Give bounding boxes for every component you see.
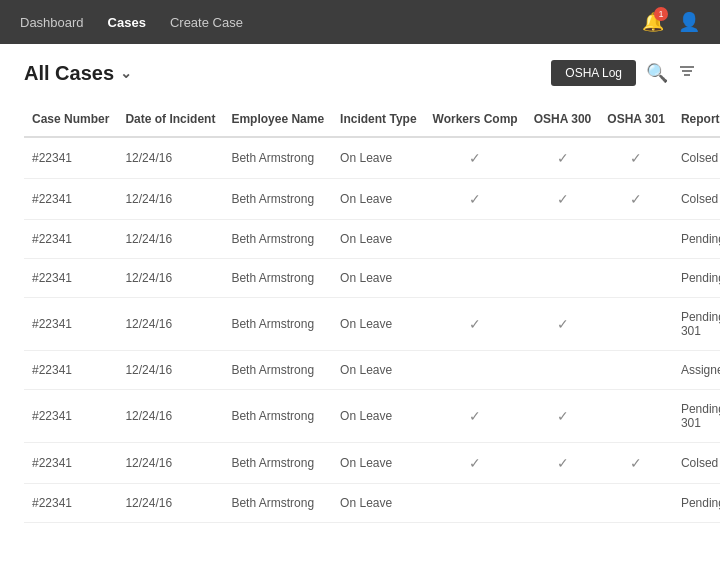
notification-button[interactable]: 🔔 1	[642, 11, 664, 33]
checkmark-icon: ✓	[557, 408, 569, 424]
col-header-status: Report Status	[673, 102, 720, 137]
filter-button[interactable]	[678, 62, 696, 85]
checkmark-icon: ✓	[630, 150, 642, 166]
cell-date: 12/24/16	[117, 259, 223, 298]
cell-workers-comp	[425, 259, 526, 298]
cell-date: 12/24/16	[117, 298, 223, 351]
cell-osha301	[599, 259, 673, 298]
cell-osha301	[599, 484, 673, 523]
cell-workers-comp	[425, 351, 526, 390]
cell-workers-comp: ✓	[425, 390, 526, 443]
table-row[interactable]: #22341 12/24/16 Beth Armstrong On Leave …	[24, 259, 720, 298]
main-content: All Cases ⌄ OSHA Log 🔍 Case	[0, 44, 720, 577]
cell-case-number: #22341	[24, 137, 117, 179]
cell-employee: Beth Armstrong	[223, 390, 332, 443]
cell-status: Pending Osha 301	[673, 390, 720, 443]
table-body: #22341 12/24/16 Beth Armstrong On Leave …	[24, 137, 720, 523]
cases-table: Case Number Date of Incident Employee Na…	[24, 102, 720, 523]
search-icon: 🔍	[646, 63, 668, 83]
col-header-incident: Incident Type	[332, 102, 424, 137]
cell-case-number: #22341	[24, 351, 117, 390]
navbar: Dashboard Cases Create Case 🔔 1 👤	[0, 0, 720, 44]
cell-incident: On Leave	[332, 179, 424, 220]
cell-osha300: ✓	[526, 179, 600, 220]
cell-osha300	[526, 351, 600, 390]
cell-workers-comp	[425, 220, 526, 259]
cell-workers-comp: ✓	[425, 298, 526, 351]
cell-incident: On Leave	[332, 220, 424, 259]
col-header-osha301: OSHA 301	[599, 102, 673, 137]
cell-case-number: #22341	[24, 443, 117, 484]
checkmark-icon: ✓	[557, 455, 569, 471]
cell-status: Pending WC	[673, 484, 720, 523]
cell-osha301: ✓	[599, 137, 673, 179]
checkmark-icon: ✓	[469, 408, 481, 424]
checkmark-icon: ✓	[469, 191, 481, 207]
table-row[interactable]: #22341 12/24/16 Beth Armstrong On Leave …	[24, 351, 720, 390]
cell-status: Colsed	[673, 443, 720, 484]
cell-osha300: ✓	[526, 390, 600, 443]
cell-osha300: ✓	[526, 443, 600, 484]
cell-status: Pending WC	[673, 259, 720, 298]
cell-date: 12/24/16	[117, 484, 223, 523]
checkmark-icon: ✓	[469, 150, 481, 166]
cell-incident: On Leave	[332, 259, 424, 298]
cell-incident: On Leave	[332, 137, 424, 179]
nav-create-case[interactable]: Create Case	[170, 15, 243, 30]
cell-date: 12/24/16	[117, 220, 223, 259]
cell-osha301	[599, 390, 673, 443]
checkmark-icon: ✓	[557, 150, 569, 166]
cell-employee: Beth Armstrong	[223, 484, 332, 523]
cell-osha301	[599, 298, 673, 351]
cell-osha301: ✓	[599, 179, 673, 220]
table-row[interactable]: #22341 12/24/16 Beth Armstrong On Leave …	[24, 390, 720, 443]
cell-osha300: ✓	[526, 298, 600, 351]
cell-case-number: #22341	[24, 220, 117, 259]
cell-workers-comp	[425, 484, 526, 523]
cell-incident: On Leave	[332, 484, 424, 523]
cell-status: Pending WC	[673, 220, 720, 259]
cell-employee: Beth Armstrong	[223, 298, 332, 351]
col-header-case-number: Case Number	[24, 102, 117, 137]
table-row[interactable]: #22341 12/24/16 Beth Armstrong On Leave …	[24, 298, 720, 351]
cell-case-number: #22341	[24, 179, 117, 220]
cell-osha300	[526, 259, 600, 298]
notification-badge: 1	[654, 7, 668, 21]
cell-date: 12/24/16	[117, 390, 223, 443]
search-button[interactable]: 🔍	[646, 62, 668, 84]
checkmark-icon: ✓	[557, 316, 569, 332]
chevron-down-icon[interactable]: ⌄	[120, 65, 132, 81]
osha-log-button[interactable]: OSHA Log	[551, 60, 636, 86]
checkmark-icon: ✓	[630, 191, 642, 207]
table-row[interactable]: #22341 12/24/16 Beth Armstrong On Leave …	[24, 179, 720, 220]
cell-case-number: #22341	[24, 484, 117, 523]
nav-dashboard[interactable]: Dashboard	[20, 15, 84, 30]
nav-cases[interactable]: Cases	[108, 15, 146, 30]
cell-status: Colsed	[673, 179, 720, 220]
table-row[interactable]: #22341 12/24/16 Beth Armstrong On Leave …	[24, 484, 720, 523]
header-actions: OSHA Log 🔍	[551, 60, 696, 86]
cell-workers-comp: ✓	[425, 179, 526, 220]
cell-incident: On Leave	[332, 443, 424, 484]
page-title-text: All Cases	[24, 62, 114, 85]
cell-employee: Beth Armstrong	[223, 351, 332, 390]
table-row[interactable]: #22341 12/24/16 Beth Armstrong On Leave …	[24, 220, 720, 259]
user-profile-button[interactable]: 👤	[678, 11, 700, 33]
checkmark-icon: ✓	[469, 455, 481, 471]
cell-osha300	[526, 484, 600, 523]
col-header-osha300: OSHA 300	[526, 102, 600, 137]
cell-employee: Beth Armstrong	[223, 443, 332, 484]
col-header-workers-comp: Workers Comp	[425, 102, 526, 137]
cell-employee: Beth Armstrong	[223, 179, 332, 220]
cell-osha300: ✓	[526, 137, 600, 179]
nav-items: Dashboard Cases Create Case	[20, 15, 642, 30]
table-row[interactable]: #22341 12/24/16 Beth Armstrong On Leave …	[24, 137, 720, 179]
col-header-date: Date of Incident	[117, 102, 223, 137]
table-row[interactable]: #22341 12/24/16 Beth Armstrong On Leave …	[24, 443, 720, 484]
table-header: Case Number Date of Incident Employee Na…	[24, 102, 720, 137]
cell-employee: Beth Armstrong	[223, 259, 332, 298]
cell-osha301	[599, 220, 673, 259]
cell-date: 12/24/16	[117, 137, 223, 179]
page-header: All Cases ⌄ OSHA Log 🔍	[24, 60, 696, 86]
nav-icons: 🔔 1 👤	[642, 11, 700, 33]
